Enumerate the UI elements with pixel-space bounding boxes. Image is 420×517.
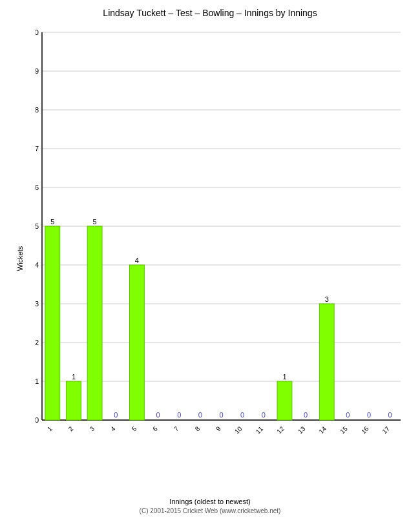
svg-text:0: 0 xyxy=(177,411,181,419)
svg-rect-24 xyxy=(45,226,60,420)
svg-text:14: 14 xyxy=(318,425,328,435)
svg-text:0: 0 xyxy=(219,411,223,419)
svg-text:1: 1 xyxy=(46,425,54,432)
svg-text:0: 0 xyxy=(304,411,308,419)
svg-text:9: 9 xyxy=(215,425,222,432)
y-axis-label: Wickets xyxy=(16,246,24,271)
svg-text:5: 5 xyxy=(50,218,54,226)
chart-title: Lindsay Tuckett – Test – Bowling – Innin… xyxy=(0,0,420,22)
svg-text:0: 0 xyxy=(262,411,266,419)
svg-text:1: 1 xyxy=(282,373,286,381)
svg-text:1: 1 xyxy=(72,373,76,381)
svg-text:5: 5 xyxy=(36,222,39,230)
svg-text:3: 3 xyxy=(325,295,329,303)
svg-text:16: 16 xyxy=(360,425,370,435)
chart-svg: 0123456789105112530445060708090100111120… xyxy=(36,26,407,452)
svg-text:3: 3 xyxy=(36,300,39,308)
svg-text:11: 11 xyxy=(255,425,265,435)
svg-text:2: 2 xyxy=(36,339,39,346)
svg-text:0: 0 xyxy=(156,411,160,419)
svg-text:3: 3 xyxy=(88,425,96,432)
svg-rect-50 xyxy=(277,381,292,420)
svg-text:17: 17 xyxy=(381,425,391,435)
svg-text:12: 12 xyxy=(275,425,286,435)
svg-text:10: 10 xyxy=(36,28,39,36)
svg-text:0: 0 xyxy=(388,411,392,419)
svg-text:4: 4 xyxy=(109,425,117,432)
svg-text:6: 6 xyxy=(36,184,39,191)
svg-text:0: 0 xyxy=(346,411,350,419)
svg-rect-35 xyxy=(129,265,144,420)
svg-text:1: 1 xyxy=(36,377,39,385)
svg-text:13: 13 xyxy=(297,425,307,435)
svg-text:9: 9 xyxy=(36,67,39,75)
svg-text:8: 8 xyxy=(36,106,39,114)
svg-text:0: 0 xyxy=(36,416,39,424)
svg-text:8: 8 xyxy=(194,425,202,432)
footer-text: (C) 2001-2015 Cricket Web (www.cricketwe… xyxy=(0,507,420,514)
svg-text:5: 5 xyxy=(93,218,97,226)
svg-text:5: 5 xyxy=(131,425,138,432)
x-axis-label: Innings (oldest to newest) xyxy=(169,498,250,505)
svg-text:0: 0 xyxy=(114,411,118,419)
svg-text:15: 15 xyxy=(339,425,349,435)
svg-text:6: 6 xyxy=(151,425,159,432)
svg-text:0: 0 xyxy=(367,411,371,419)
svg-text:2: 2 xyxy=(67,425,75,432)
chart-container: Lindsay Tuckett – Test – Bowling – Innin… xyxy=(0,0,420,517)
svg-rect-27 xyxy=(67,381,81,420)
svg-rect-55 xyxy=(319,304,334,420)
svg-text:0: 0 xyxy=(240,411,244,419)
svg-text:7: 7 xyxy=(173,425,180,432)
svg-text:7: 7 xyxy=(36,145,39,153)
grid-and-bars: 0123456789105112530445060708090100111120… xyxy=(36,26,407,452)
svg-rect-30 xyxy=(87,226,102,420)
svg-text:0: 0 xyxy=(198,411,202,419)
svg-text:10: 10 xyxy=(233,425,244,435)
svg-text:4: 4 xyxy=(135,257,139,264)
svg-text:4: 4 xyxy=(36,261,39,269)
chart-area: 0123456789105112530445060708090100111120… xyxy=(36,26,407,452)
